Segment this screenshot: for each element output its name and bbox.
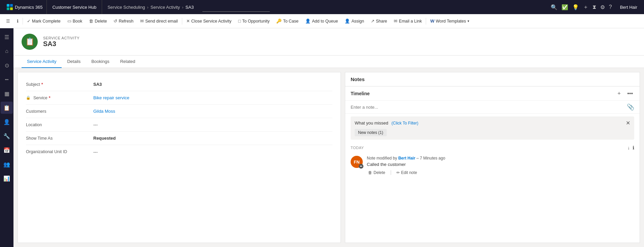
- lock-icon: 🔒: [26, 96, 31, 100]
- sort-icon[interactable]: ↓: [627, 145, 630, 150]
- content-area: Subject * SA3 🔒 Service * Bike: [13, 68, 644, 247]
- main-layout: ☰ ⌂ ⊙ ••• ▦ 📋 👤 🔧 📅 👥 📊 📋 SERVICE ACTIVI…: [0, 28, 644, 247]
- timeline-label: Timeline: [351, 91, 370, 96]
- to-opportunity-button[interactable]: □ To Opportunity: [235, 14, 273, 28]
- avatar-initials: FN: [354, 160, 359, 165]
- settings-icon[interactable]: ⚙: [600, 4, 605, 10]
- sidebar-calendar-icon[interactable]: 📅: [1, 144, 13, 156]
- email-a-link-button[interactable]: ✉ Email a Link: [390, 14, 425, 28]
- info-icon: ℹ: [17, 19, 19, 24]
- entry-delete-button[interactable]: 🗑 Delete: [367, 170, 387, 176]
- add-icon[interactable]: ＋: [583, 4, 588, 11]
- show-time-as-label: Show Time As: [26, 136, 93, 141]
- mark-complete-button[interactable]: ✓ Mark Complete: [24, 14, 64, 28]
- app-name-label: Customer Service Hub: [52, 5, 96, 10]
- tab-bookings[interactable]: Bookings: [86, 56, 115, 68]
- missed-close-button[interactable]: ✕: [626, 120, 630, 126]
- delete-icon: 🗑: [89, 19, 93, 24]
- dynamics365-brand[interactable]: Dynamics 365: [3, 0, 47, 14]
- global-search-input[interactable]: [202, 2, 270, 12]
- user-profile[interactable]: Bert Hair: [616, 5, 641, 10]
- main-content-area: 📋 SERVICE ACTIVITY SA3 Service Activity …: [13, 28, 644, 247]
- note-input[interactable]: [351, 105, 627, 110]
- share-button[interactable]: ↗ Share: [367, 14, 390, 28]
- search-icon[interactable]: 🔍: [551, 4, 557, 10]
- assign-button[interactable]: 👤 Assign: [341, 14, 367, 28]
- subject-value: SA3: [93, 82, 332, 87]
- book-button[interactable]: ▭ Book: [64, 14, 86, 28]
- to-case-button[interactable]: 🔑 To Case: [273, 14, 302, 28]
- customers-label: Customers: [26, 109, 93, 114]
- word-templates-dropdown-icon: ▾: [468, 19, 469, 23]
- missed-banner: What you missed (Click To Filter) ✕ New …: [351, 116, 634, 140]
- timeline-more-button[interactable]: •••: [626, 89, 634, 98]
- entry-edit-note-button[interactable]: ✏ Edit note: [395, 170, 418, 176]
- divider-3: [426, 18, 426, 25]
- sidebar-more-icon[interactable]: •••: [1, 73, 13, 85]
- form-row-subject: Subject * SA3: [26, 78, 332, 91]
- case-icon: 🔑: [276, 19, 282, 24]
- assign-icon: 👤: [345, 19, 350, 24]
- sidebar-recent-icon[interactable]: ⊙: [1, 59, 13, 71]
- entry-text: Called the customer: [367, 162, 634, 167]
- form-panel: Subject * SA3 🔒 Service * Bike: [18, 72, 341, 243]
- help-icon[interactable]: ?: [609, 4, 612, 10]
- location-value: ---: [93, 122, 332, 127]
- location-label: Location: [26, 122, 93, 127]
- hamburger-icon: ☰: [6, 19, 10, 24]
- hamburger-menu-button[interactable]: ☰: [3, 14, 13, 28]
- timeline-section: TODAY ↓ ℹ FN ✏ Note modif: [345, 142, 640, 178]
- timeline-info-icon[interactable]: ℹ: [633, 145, 634, 150]
- sidebar-reports-icon[interactable]: 📊: [1, 172, 13, 184]
- filter-icon[interactable]: ⧗: [592, 4, 596, 10]
- subject-label: Subject *: [26, 82, 93, 87]
- breadcrumb-item-2[interactable]: Service Activity: [151, 5, 180, 10]
- tab-related[interactable]: Related: [115, 56, 141, 68]
- record-type-icon: 📋: [22, 34, 38, 50]
- service-required: *: [49, 96, 51, 100]
- sidebar-dashboards-icon[interactable]: ▦: [1, 87, 13, 100]
- word-templates-button[interactable]: W Word Templates ▾: [427, 14, 472, 28]
- lightbulb-icon[interactable]: 💡: [572, 4, 579, 10]
- timeline-date-actions: ↓ ℹ: [627, 145, 634, 150]
- entry-action-divider: [391, 170, 391, 175]
- assign-label: Assign: [351, 19, 364, 24]
- add-timeline-button[interactable]: ＋: [615, 89, 623, 98]
- customers-link[interactable]: Gilda Moss: [93, 109, 115, 114]
- sidebar-tools-icon[interactable]: 🔧: [1, 130, 13, 142]
- breadcrumb-item-3: SA3: [186, 5, 194, 10]
- delete-button[interactable]: 🗑 Delete: [86, 14, 110, 28]
- help-button[interactable]: ℹ: [13, 14, 22, 28]
- book-label: Book: [73, 19, 83, 24]
- tab-bar: Service Activity Details Bookings Relate…: [13, 56, 644, 68]
- refresh-button[interactable]: ↺ Refresh: [110, 14, 137, 28]
- tab-service-activity[interactable]: Service Activity: [22, 56, 62, 68]
- refresh-label: Refresh: [119, 19, 133, 24]
- add-to-queue-button[interactable]: 👤 Add to Queue: [302, 14, 341, 28]
- app-name[interactable]: Customer Service Hub: [47, 0, 102, 14]
- service-link[interactable]: Bike repair service: [93, 95, 129, 100]
- tab-details[interactable]: Details: [62, 56, 86, 68]
- send-direct-email-button[interactable]: ✉ Send direct email: [137, 14, 181, 28]
- sidebar-teams-icon[interactable]: 👥: [1, 158, 13, 170]
- attach-icon[interactable]: 📎: [627, 103, 634, 111]
- sidebar-activities-icon[interactable]: 📋: [1, 102, 13, 114]
- send-direct-email-label: Send direct email: [145, 19, 178, 24]
- close-service-activity-button[interactable]: ✕ Close Service Activity: [183, 14, 235, 28]
- sidebar-menu-icon[interactable]: ☰: [1, 31, 13, 43]
- to-case-label: To Case: [283, 19, 298, 24]
- delete-label: Delete: [95, 19, 107, 24]
- check-circle-icon[interactable]: ✅: [561, 4, 568, 10]
- entry-actions: 🗑 Delete ✏ Edit note: [367, 170, 634, 176]
- breadcrumb-item-1[interactable]: Service Scheduling: [107, 5, 145, 10]
- sidebar-contacts-icon[interactable]: 👤: [1, 116, 13, 128]
- email-a-link-label: Email a Link: [399, 19, 422, 24]
- notes-header: Notes: [345, 72, 640, 86]
- missed-filter-link[interactable]: (Click To Filter): [391, 121, 418, 126]
- entry-separator: –: [416, 156, 420, 161]
- top-navigation: Dynamics 365 Customer Service Hub Servic…: [0, 0, 644, 14]
- word-icon: W: [430, 19, 434, 24]
- sidebar-home-icon[interactable]: ⌂: [1, 45, 13, 57]
- new-notes-button[interactable]: New notes (1): [355, 129, 387, 136]
- service-value: Bike repair service: [93, 95, 332, 100]
